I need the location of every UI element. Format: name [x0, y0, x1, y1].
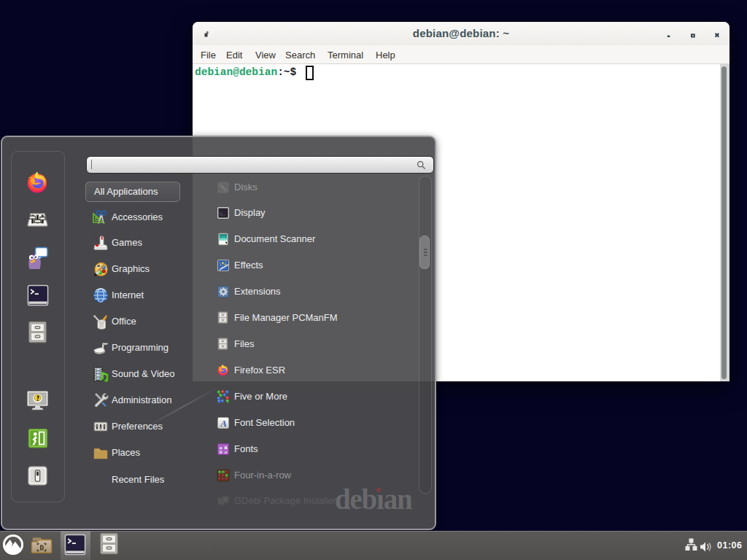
- svg-text:A: A: [220, 418, 227, 429]
- svg-text:a: a: [225, 449, 228, 455]
- svg-text:a: a: [220, 449, 222, 454]
